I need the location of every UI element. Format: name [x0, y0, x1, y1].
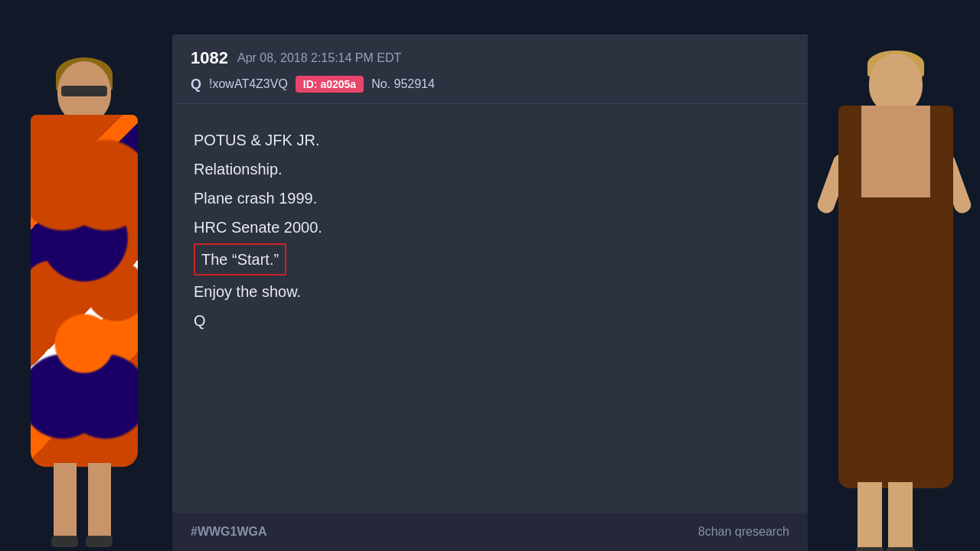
main-panel: 1082 Apr 08, 2018 2:15:14 PM EDT Q !xowA… — [172, 34, 808, 551]
lf-shoe-right — [86, 536, 113, 547]
content-line-6: Q — [194, 308, 786, 334]
author-handle: !xowAT4Z3VQ — [209, 77, 288, 91]
post-number: 1082 — [191, 48, 228, 68]
highlighted-line: The “Start.” — [194, 243, 286, 276]
id-badge: ID: a0205a — [296, 76, 364, 93]
rf-body — [838, 106, 953, 488]
footer-source: 8chan qresearch — [698, 525, 789, 539]
lf-leg-right — [88, 463, 111, 540]
post-content: POTUS & JFK JR. Relationship. Plane cras… — [172, 104, 808, 513]
post-number-line: 1082 Apr 08, 2018 2:15:14 PM EDT — [191, 48, 789, 68]
rf-head — [869, 54, 923, 113]
lf-glasses — [61, 86, 107, 96]
post-timestamp: Apr 08, 2018 2:15:14 PM EDT — [237, 51, 401, 65]
post-footer: #WWG1WGA 8chan qresearch — [172, 513, 808, 551]
rf-shoe-left — [855, 547, 884, 551]
footer-hashtag: #WWG1WGA — [191, 525, 267, 539]
content-line-3: HRC Senate 2000. — [194, 214, 786, 240]
lf-leg-left — [54, 463, 77, 540]
rf-leg-left — [858, 482, 882, 551]
post-no: No. 952914 — [371, 77, 435, 91]
left-figure — [0, 31, 168, 551]
highlighted-line-container: The “Start.” — [194, 243, 786, 279]
rf-shoe-right — [886, 547, 915, 551]
right-figure — [812, 31, 980, 551]
author-line: Q !xowAT4Z3VQ ID: a0205a No. 952914 — [191, 76, 789, 93]
rf-leg-right — [888, 482, 913, 551]
content-line-0: POTUS & JFK JR. — [194, 127, 786, 153]
lf-shoe-left — [51, 536, 78, 547]
lf-body — [31, 115, 138, 467]
content-line-5: Enjoy the show. — [194, 279, 786, 305]
author-q: Q — [191, 77, 201, 93]
post-header: 1082 Apr 08, 2018 2:15:14 PM EDT Q !xowA… — [172, 34, 808, 104]
content-line-1: Relationship. — [194, 156, 786, 182]
content-line-2: Plane crash 1999. — [194, 185, 786, 211]
